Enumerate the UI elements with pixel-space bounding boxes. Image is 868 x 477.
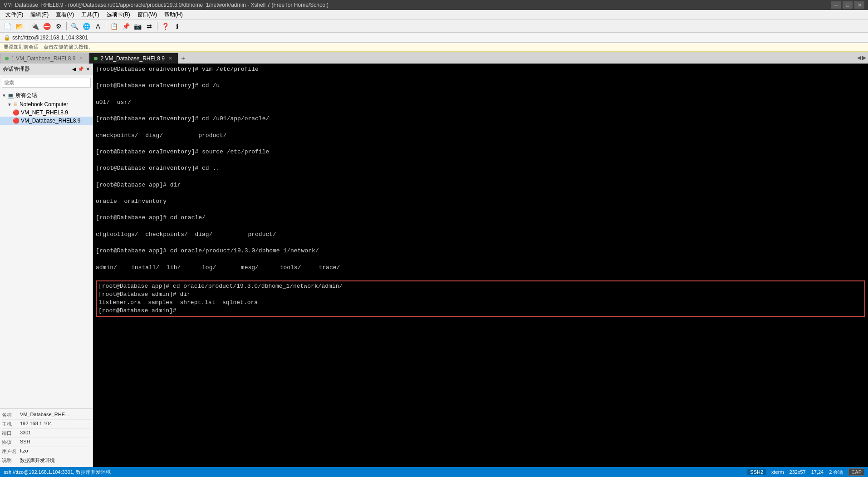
title-bar: VM_Database_RHEL8.9 - root@Database:/u01… [0,0,868,10]
address-url: ssh://ttzo@192.168.1.104:3301 [12,34,88,41]
menu-tabs[interactable]: 选项卡(B) [103,10,134,20]
tab-dot-1 [5,57,9,60]
status-connection-info: ssh://ttzo@192.168.1.104:3301, 数据库开发环境 [4,469,111,476]
tree-server-icon-db: 🔴 [13,118,20,124]
info-label-username: 用户名 [2,448,20,455]
main-content: 会话管理器 ◀ 📌 ✕ ▼ 💻 所有会话 ▼ 🖥 Notebook Comput… [0,64,868,467]
tree-folder-icon-notebook: 🖥 [13,101,18,108]
tree-item-notebook[interactable]: ▼ 🖥 Notebook Computer [0,100,93,108]
menu-view[interactable]: 查看(V) [52,10,78,20]
sidebar-title: 会话管理器 [3,65,30,73]
address-bar: 🔒 ssh://ttzo@192.168.1.104:3301 [0,33,868,43]
tab-arrows: ◀ ▶ [857,52,868,64]
tree-label-vm-db: VM_Database_RHEL8.9 [21,118,80,124]
toolbar-sep3 [106,22,106,30]
sidebar-close-btn[interactable]: ✕ [86,66,90,72]
menu-tools[interactable]: 工具(T) [78,10,103,20]
status-ssh: SSH2 [747,469,766,475]
tree-arrow-all: ▼ [2,93,6,98]
info-value-name: VM_Database_RHE... [20,412,91,418]
new-session-button[interactable]: 📄 [2,21,13,31]
menu-file[interactable]: 文件(F) [2,10,27,20]
info-label-name: 名称 [2,412,20,418]
tab-next-button[interactable]: ▶ [862,54,866,61]
info-label-port: 端口 [2,430,20,437]
status-term: xterm [771,469,784,475]
status-right: SSH2 xterm 232x57 17,24 2 会话 CAP [747,468,864,476]
window-controls: ─ □ ✕ [831,1,864,9]
info-row-protocol: 协议 SSH [2,438,91,447]
tab-dot-2 [94,57,98,60]
info-value-username: ttzo [20,448,91,455]
copy-button[interactable]: 📋 [108,21,119,31]
toolbar-sep2 [66,22,67,30]
tree-label-notebook: Notebook Computer [20,101,68,108]
notification-bar: 要添加到前会话，点击左侧的箭头按钮。 [0,43,868,52]
help-button[interactable]: ❓ [160,21,171,31]
sidebar-search-input[interactable] [2,78,91,88]
tab-2[interactable]: 2 VM_Database_RHEL8.9 ✕ [89,53,178,64]
sidebar-collapse-btn[interactable]: ◀ [72,66,76,72]
menu-edit[interactable]: 编辑(E) [27,10,52,20]
status-left: ssh://ttzo@192.168.1.104:3301, 数据库开发环境 [4,469,111,476]
sidebar: 会话管理器 ◀ 📌 ✕ ▼ 💻 所有会话 ▼ 🖥 Notebook Comput… [0,64,93,467]
screenshot-button[interactable]: 📷 [132,21,143,31]
tab-label-2: 2 VM_Database_RHEL8.9 [100,55,164,62]
tree-item-vm-db[interactable]: 🔴 VM_Database_RHEL8.9 [0,117,93,125]
tab-label-1: 1 VM_Database_RHEL8.9 [11,55,75,62]
tab-close-2[interactable]: ✕ [167,55,173,61]
maximize-button[interactable]: □ [843,1,853,9]
sidebar-pin-btn[interactable]: 📌 [78,66,84,72]
info-label-desc: 说明 [2,457,20,464]
globe-button[interactable]: 🌐 [81,21,92,31]
tree-item-all-sessions[interactable]: ▼ 💻 所有会话 [0,91,93,100]
tab-1[interactable]: 1 VM_Database_RHEL8.9 ✕ [0,53,89,64]
notification-text: 要添加到前会话，点击左侧的箭头按钮。 [4,44,93,50]
sidebar-header: 会话管理器 ◀ 📌 ✕ [0,64,93,75]
tree-root-icon: 💻 [7,93,14,99]
tab-bar: 1 VM_Database_RHEL8.9 ✕ 2 VM_Database_RH… [0,52,868,64]
info-row-name: 名称 VM_Database_RHE... [2,411,91,420]
menu-bar: 文件(F) 编辑(E) 查看(V) 工具(T) 选项卡(B) 窗口(W) 帮助(… [0,10,868,20]
info-row-desc: 说明 数据库开发环境 [2,456,91,465]
tab-prev-button[interactable]: ◀ [857,54,861,61]
address-icon: 🔒 [4,34,10,41]
status-sessions: 2 会话 [829,469,843,476]
info-label-host: 主机 [2,421,20,428]
toolbar-sep1 [27,22,27,30]
transfer-button[interactable]: ⇄ [144,21,155,31]
info-value-desc: 数据库开发环境 [20,457,91,464]
settings-button[interactable]: ⚙ [53,21,64,31]
tree-item-vm-net[interactable]: 🔴 VM_NET_RHEL8.9 [0,108,93,117]
tree-label-vm-net: VM_NET_RHEL8.9 [21,109,68,116]
tree-arrow-notebook: ▼ [7,102,12,107]
status-bar: ssh://ttzo@192.168.1.104:3301, 数据库开发环境 S… [0,467,868,477]
tab-add-button[interactable]: + [178,54,188,64]
cap-badge: CAP [848,468,864,476]
tree-server-icon-net: 🔴 [13,109,20,116]
connect-button[interactable]: 🔌 [29,21,40,31]
info-label-protocol: 协议 [2,439,20,446]
info-button[interactable]: ℹ [172,21,182,31]
font-button[interactable]: A [93,21,103,31]
info-value-protocol: SSH [20,439,91,446]
search-button[interactable]: 🔍 [69,21,80,31]
terminal-area[interactable]: [root@Database oraInventory]# vim /etc/p… [93,64,868,467]
tab-close-1[interactable]: ✕ [78,55,84,61]
info-row-port: 端口 3301 [2,429,91,438]
disconnect-button[interactable]: ⛔ [41,21,52,31]
minimize-button[interactable]: ─ [831,1,841,9]
status-size: 232x57 [790,469,806,475]
info-value-host: 192.168.1.104 [20,421,91,428]
terminal-content[interactable]: [root@Database oraInventory]# vim /etc/p… [93,64,868,467]
close-button[interactable]: ✕ [854,1,864,9]
open-button[interactable]: 📂 [14,21,25,31]
sidebar-search-area [0,75,93,90]
toolbar: 📄 📂 🔌 ⛔ ⚙ 🔍 🌐 A 📋 📌 📷 ⇄ ❓ ℹ [0,20,868,33]
sidebar-tree: ▼ 💻 所有会话 ▼ 🖥 Notebook Computer 🔴 VM_NET_… [0,90,93,408]
menu-help[interactable]: 帮助(H) [161,10,186,20]
paste-button[interactable]: 📌 [120,21,131,31]
info-row-username: 用户名 ttzo [2,447,91,456]
window-title: VM_Database_RHEL8.9 - root@Database:/u01… [4,2,329,8]
menu-window[interactable]: 窗口(W) [134,10,161,20]
